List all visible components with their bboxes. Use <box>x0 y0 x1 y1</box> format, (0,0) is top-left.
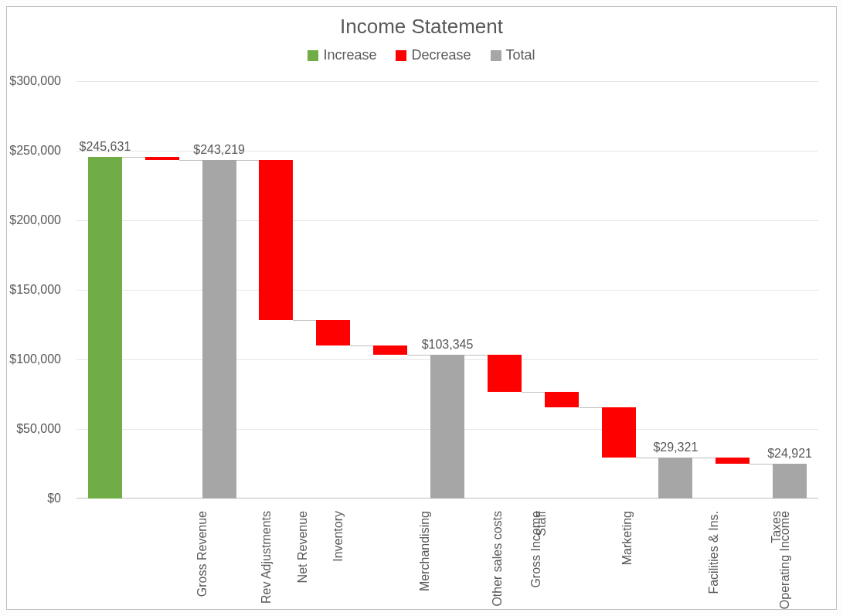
gridline <box>76 290 818 291</box>
data-label: $24,921 <box>767 447 812 461</box>
x-tick-label: Taxes <box>770 511 784 543</box>
y-tick-label: $50,000 <box>7 422 61 436</box>
connector-line <box>522 392 545 393</box>
bar-total <box>430 355 464 499</box>
connector-line <box>750 464 773 465</box>
connector-line <box>579 407 602 408</box>
legend-item-increase: Increase <box>308 47 376 63</box>
bar-increase <box>88 157 122 499</box>
data-label: $243,219 <box>193 143 245 157</box>
x-tick-label: Rev Adjustments <box>260 511 274 604</box>
connector-line <box>636 458 659 458</box>
connector-line <box>407 355 430 356</box>
x-tick-label: Other sales costs <box>491 511 505 607</box>
data-label: $29,321 <box>653 441 698 454</box>
bar-decrease <box>602 407 636 458</box>
square-icon <box>308 50 318 61</box>
bar-total <box>773 464 807 499</box>
bar-decrease <box>373 345 407 355</box>
x-tick-label: Inventory <box>331 511 345 562</box>
y-tick-label: $150,000 <box>7 283 61 297</box>
connector-line <box>179 160 202 161</box>
chart-title: Income Statement <box>7 15 836 39</box>
square-icon <box>491 50 501 61</box>
connector-line <box>122 157 145 158</box>
connector-line <box>293 320 316 321</box>
data-label: $245,631 <box>80 140 131 154</box>
chart-frame: Income Statement Increase Decrease Total… <box>6 6 837 610</box>
square-icon <box>396 50 406 61</box>
bar-decrease <box>145 157 179 160</box>
connector-line <box>464 355 488 356</box>
legend-label: Total <box>506 47 535 63</box>
gridline <box>76 81 818 82</box>
legend-item-total: Total <box>491 47 535 63</box>
bar-decrease <box>545 392 579 407</box>
y-tick-label: $250,000 <box>7 144 61 158</box>
legend: Increase Decrease Total <box>7 47 836 65</box>
x-tick-label: Marketing <box>620 511 634 565</box>
y-tick-label: $100,000 <box>7 352 61 366</box>
x-tick-label: Gross Revenue <box>195 511 209 597</box>
gridline <box>76 151 818 151</box>
legend-label: Increase <box>323 47 376 63</box>
connector-line <box>236 160 260 161</box>
connector-line <box>350 345 373 346</box>
bar-total <box>202 160 236 499</box>
y-tick-label: $300,000 <box>7 74 61 88</box>
y-tick-label: $0 <box>7 492 61 505</box>
x-tick-label: Net Revenue <box>296 511 310 583</box>
bar-total <box>658 458 692 499</box>
legend-label: Decrease <box>411 47 471 63</box>
x-tick-label: Merchandising <box>418 511 432 591</box>
legend-item-decrease: Decrease <box>396 47 471 63</box>
data-label: $103,345 <box>422 338 474 352</box>
bar-decrease <box>316 320 350 345</box>
y-tick-label: $200,000 <box>7 213 61 227</box>
gridline <box>76 220 818 221</box>
plot-area: $0$50,000$100,000$150,000$200,000$250,00… <box>76 81 818 499</box>
bar-decrease <box>716 458 750 464</box>
bar-decrease <box>488 355 522 392</box>
connector-line <box>692 458 716 458</box>
x-tick-label: Staff <box>534 511 548 536</box>
x-tick-label: Facilities & Ins. <box>706 511 720 594</box>
bar-decrease <box>259 160 293 320</box>
